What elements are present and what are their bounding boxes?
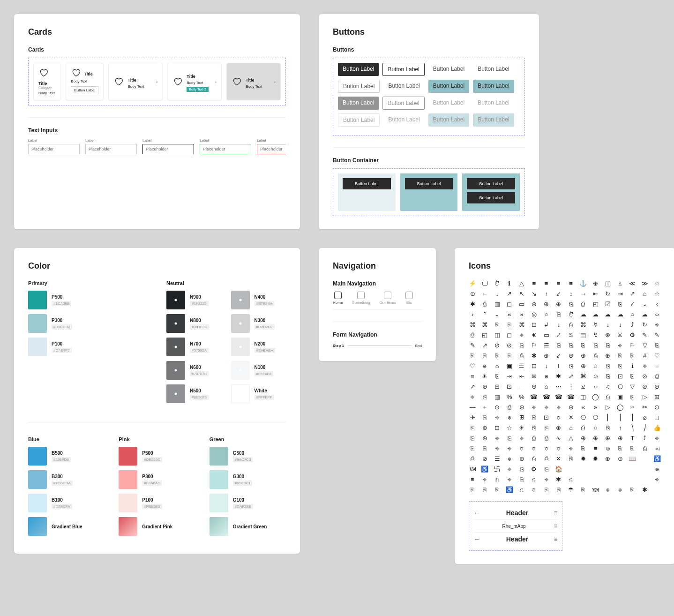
nav-tab[interactable]: Our Items bbox=[380, 292, 396, 305]
card-horizontal-gray[interactable]: Title Body Text › bbox=[226, 63, 281, 100]
nav-tab[interactable]: Something bbox=[352, 292, 370, 305]
color-swatch[interactable] bbox=[166, 338, 185, 356]
color-swatch[interactable] bbox=[231, 361, 250, 380]
text-input[interactable] bbox=[85, 144, 137, 154]
color-swatch[interactable] bbox=[119, 517, 137, 536]
icon-glyph: ⎘ bbox=[567, 301, 575, 307]
card-button[interactable]: Button Label bbox=[71, 86, 98, 94]
text-input[interactable] bbox=[200, 144, 251, 154]
button-ghost[interactable]: Button Label bbox=[473, 63, 514, 76]
container-button[interactable]: Button Label bbox=[343, 178, 391, 189]
swatch-name: B300 bbox=[52, 474, 73, 479]
icon-glyph: ☀ bbox=[518, 425, 525, 431]
button-ghost[interactable]: Button Label bbox=[428, 63, 469, 76]
text-input[interactable] bbox=[257, 144, 286, 154]
color-swatch[interactable] bbox=[210, 494, 228, 512]
icon-glyph: ⎆ bbox=[506, 476, 513, 482]
nav-tab-label: Home bbox=[333, 300, 343, 305]
color-swatch[interactable] bbox=[166, 291, 185, 309]
container-button[interactable]: Button Label bbox=[405, 178, 453, 189]
text-input[interactable] bbox=[142, 144, 194, 154]
icon-glyph: ⎘ bbox=[481, 394, 488, 400]
color-swatch[interactable] bbox=[119, 470, 137, 489]
color-swatch[interactable] bbox=[210, 517, 228, 536]
color-swatch[interactable] bbox=[231, 384, 250, 403]
color-swatch[interactable] bbox=[28, 314, 47, 333]
color-swatch[interactable] bbox=[119, 447, 137, 466]
icon-glyph: ⎘ bbox=[629, 373, 636, 379]
swatch-name: P100 bbox=[142, 497, 162, 503]
icon-glyph: ◯ bbox=[592, 394, 599, 400]
container-button[interactable]: Button Label bbox=[467, 192, 515, 203]
swatch-row: N300#D2D2D2 bbox=[231, 314, 286, 333]
button-teal[interactable]: Button Label bbox=[428, 113, 469, 127]
icon-glyph: ≡ bbox=[469, 476, 476, 482]
button-ghost[interactable]: Button Label bbox=[428, 97, 469, 110]
icon-glyph: I bbox=[555, 363, 562, 369]
icon-glyph: ⎮ bbox=[629, 414, 636, 421]
icon-glyph: ⎆ bbox=[543, 476, 550, 482]
button-dark[interactable]: Button Label bbox=[338, 97, 379, 110]
button-teal[interactable]: Button Label bbox=[473, 80, 514, 93]
button-ghost[interactable]: Button Label bbox=[473, 97, 514, 110]
nav-tab[interactable]: Etc bbox=[405, 292, 413, 305]
menu-icon[interactable]: ≡ bbox=[554, 523, 557, 529]
container-button[interactable]: Button Label bbox=[467, 178, 515, 189]
text-input[interactable] bbox=[28, 144, 80, 154]
card-vertical[interactable]: Title Category Body Text bbox=[33, 63, 61, 100]
nav-tab[interactable]: Home bbox=[333, 292, 343, 305]
color-swatch[interactable] bbox=[28, 291, 47, 309]
icon-glyph: ☆ bbox=[506, 425, 513, 431]
button-dark[interactable]: Button Label bbox=[338, 63, 379, 76]
icon-glyph: ⚐ bbox=[629, 342, 636, 348]
icon-glyph: ◫ bbox=[604, 280, 612, 286]
icon-glyph: ◻ bbox=[506, 332, 513, 338]
color-swatch[interactable] bbox=[231, 338, 250, 356]
color-swatch[interactable] bbox=[231, 314, 250, 333]
menu-icon[interactable]: ≡ bbox=[554, 536, 557, 542]
color-swatch[interactable] bbox=[166, 314, 185, 333]
step-end: End bbox=[415, 344, 422, 348]
color-swatch[interactable] bbox=[166, 384, 185, 403]
button-ghost[interactable]: Button Label bbox=[383, 113, 424, 127]
header-card-row[interactable]: ←Header≡ bbox=[474, 506, 557, 520]
icon-glyph: ✱ bbox=[641, 487, 649, 493]
swatch-name: B500 bbox=[52, 451, 71, 456]
button-teal[interactable]: Button Label bbox=[428, 80, 469, 93]
color-swatch[interactable] bbox=[166, 361, 185, 380]
icon-glyph: ℹ bbox=[506, 280, 513, 286]
header-card-row[interactable]: Rhe_mApp≡ bbox=[474, 520, 557, 533]
icon-glyph: ⎘ bbox=[481, 487, 488, 493]
button-ghost[interactable]: Button Label bbox=[383, 80, 424, 93]
color-swatch[interactable] bbox=[28, 470, 47, 489]
icon-glyph: ○ bbox=[592, 425, 599, 431]
menu-icon[interactable]: ≡ bbox=[554, 510, 557, 516]
back-icon[interactable]: ← bbox=[474, 535, 480, 543]
icon-glyph: ⎈ bbox=[506, 414, 513, 421]
header-card-row[interactable]: ←Header≡ bbox=[474, 533, 557, 546]
card-medium[interactable]: Title Body Text Button Label bbox=[66, 63, 104, 100]
color-swatch[interactable] bbox=[210, 470, 228, 489]
color-swatch[interactable] bbox=[28, 494, 47, 512]
button-outline-dark[interactable]: Button Label bbox=[382, 63, 424, 76]
color-swatch[interactable] bbox=[28, 338, 47, 356]
color-swatch[interactable] bbox=[28, 447, 47, 466]
color-swatch[interactable] bbox=[210, 447, 228, 466]
icon-glyph: ⌘ bbox=[518, 322, 525, 328]
button-outline-gray[interactable]: Button Label bbox=[338, 113, 380, 127]
input-label: Label bbox=[142, 138, 194, 143]
card-horizontal-badge[interactable]: Title Body Text Body Text 2 › bbox=[167, 63, 222, 100]
swatch-row: P100#FBE5E0 bbox=[119, 494, 195, 512]
button-teal[interactable]: Button Label bbox=[473, 113, 514, 127]
button-outline-dark[interactable]: Button Label bbox=[382, 97, 424, 110]
icon-glyph: ⊞ bbox=[653, 394, 661, 400]
icon-glyph: ⎘ bbox=[604, 373, 612, 379]
icon-glyph: ⎆ bbox=[616, 342, 624, 348]
back-icon[interactable]: ← bbox=[474, 509, 480, 517]
color-swatch[interactable] bbox=[119, 494, 137, 512]
color-swatch[interactable] bbox=[231, 291, 250, 309]
color-swatch[interactable] bbox=[28, 517, 47, 536]
swatch-row: G500#9AC7C3 bbox=[210, 447, 286, 466]
card-horizontal[interactable]: Title Body Text › bbox=[108, 63, 163, 100]
button-outline-gray[interactable]: Button Label bbox=[338, 80, 380, 93]
